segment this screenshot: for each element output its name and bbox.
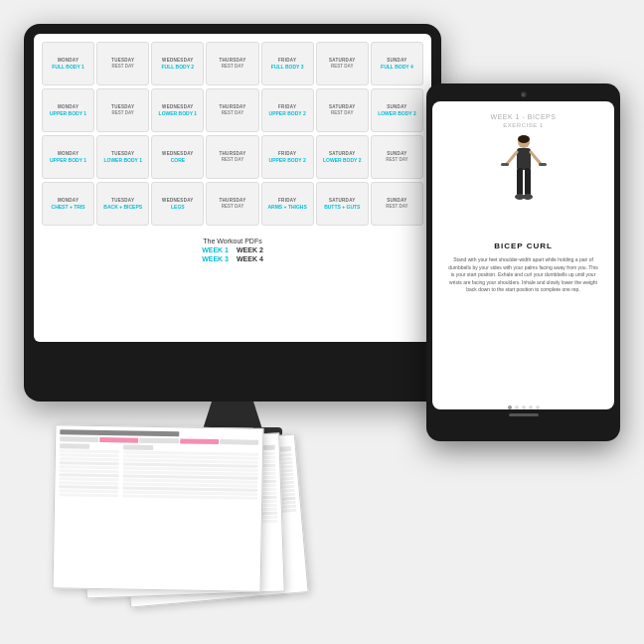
monitor-screen: MONDAYFULL BODY 1TUESDAYREST DAYWEDNESDA… — [34, 34, 431, 342]
calendar-row: MONDAYFULL BODY 1TUESDAYREST DAYWEDNESDA… — [42, 42, 423, 85]
tablet: WEEK 1 - BICEPS EXERCISE 1 — [426, 83, 620, 441]
cal-day-label: FRIDAY — [264, 151, 311, 156]
pdf-stack — [44, 402, 322, 600]
cal-workout-label: BUTTS + GUTS — [319, 204, 366, 211]
cal-workout-label: LOWER BODY 1 — [154, 110, 201, 117]
cal-workout-label: REST DAY — [99, 110, 146, 116]
calendar-cell: TUESDAYREST DAY — [96, 88, 149, 132]
calendar-cell: TUESDAYLOWER BODY 1 — [96, 135, 149, 179]
cal-day-label: MONDAY — [45, 198, 91, 203]
week2-link[interactable]: WEEK 2 — [237, 246, 263, 253]
cal-day-label: MONDAY — [45, 58, 91, 63]
cal-workout-label: REST DAY — [99, 64, 146, 70]
cal-day-label: MONDAY — [45, 104, 91, 109]
cal-day-label: TUESDAY — [99, 58, 146, 63]
svg-rect-8 — [525, 168, 531, 196]
cal-day-label: FRIDAY — [264, 198, 311, 203]
cal-workout-label: LEGS — [154, 204, 201, 211]
cal-workout-label: REST DAY — [209, 110, 255, 116]
calendar-cell: SATURDAYREST DAY — [316, 42, 369, 85]
calendar-cell: SUNDAYFULL BODY 4 — [371, 42, 423, 85]
cal-day-label: WEDNESDAY — [154, 151, 201, 156]
scene: MONDAYFULL BODY 1TUESDAYREST DAYWEDNESDA… — [24, 24, 620, 620]
week-links: WEEK 1 WEEK 2 — [42, 246, 423, 253]
pdf-section: The Workout PDFs WEEK 1 WEEK 2 WEEK 3 WE… — [34, 234, 431, 266]
tablet-screen: WEEK 1 - BICEPS EXERCISE 1 — [432, 101, 614, 409]
cal-day-label: FRIDAY — [264, 58, 311, 63]
week1-link[interactable]: WEEK 1 — [202, 246, 229, 253]
calendar-cell: THURSDAYREST DAY — [206, 135, 258, 179]
calendar-cell: MONDAYFULL BODY 1 — [42, 42, 94, 85]
pagination-dots — [432, 405, 614, 409]
calendar-cell: FRIDAYFULL BODY 3 — [261, 42, 314, 85]
calendar-cell: THURSDAYREST DAY — [206, 182, 258, 226]
cal-day-label: SUNDAY — [374, 58, 420, 63]
calendar-cell: THURSDAYREST DAY — [206, 88, 258, 132]
calendar-row: MONDAYUPPER BODY 1TUESDAYREST DAYWEDNESD… — [42, 88, 423, 132]
cal-workout-label: REST DAY — [209, 204, 255, 210]
monitor: MONDAYFULL BODY 1TUESDAYREST DAYWEDNESDA… — [24, 24, 441, 402]
tablet-exercise-label: EXERCISE 1 — [503, 122, 543, 128]
figure-svg — [499, 134, 549, 234]
exercise-figure — [499, 134, 549, 234]
cal-day-label: WEDNESDAY — [154, 58, 201, 63]
cal-workout-label: FULL BODY 3 — [264, 64, 311, 71]
cal-workout-label: ARMS + THIGHS — [264, 204, 311, 211]
cal-workout-label: UPPER BODY 2 — [264, 157, 311, 164]
tablet-camera — [521, 91, 527, 97]
calendar-row: MONDAYUPPER BODY 1TUESDAYLOWER BODY 1WED… — [42, 135, 423, 179]
calendar-cell: FRIDAYUPPER BODY 2 — [261, 135, 314, 179]
calendar-cell: MONDAYUPPER BODY 1 — [42, 88, 94, 132]
cal-day-label: SATURDAY — [319, 104, 366, 109]
exercise-title: BICEP CURL — [494, 242, 553, 250]
camera-dot — [522, 93, 525, 96]
calendar-cell: TUESDAYREST DAY — [96, 42, 149, 85]
calendar-cell: TUESDAYBACK + BICEPS — [96, 182, 149, 226]
dot-2 — [515, 405, 519, 409]
cal-day-label: SATURDAY — [319, 198, 366, 203]
cal-workout-label: FULL BODY 1 — [45, 64, 91, 71]
calendar-cell: WEDNESDAYLEGS — [151, 182, 204, 226]
cal-workout-label: FULL BODY 2 — [154, 64, 201, 71]
calendar-cell: SUNDAYLOWER BODY 2 — [371, 88, 423, 132]
cal-day-label: THURSDAY — [209, 198, 255, 203]
cal-day-label: SUNDAY — [374, 198, 420, 203]
cal-day-label: WEDNESDAY — [154, 104, 201, 109]
week3-link[interactable]: WEEK 3 — [202, 255, 229, 262]
cal-day-label: TUESDAY — [99, 104, 146, 109]
cal-workout-label: REST DAY — [209, 157, 255, 163]
exercise-description: Stand with your feet shoulder-width apar… — [442, 256, 604, 294]
cal-workout-label: REST DAY — [209, 64, 255, 70]
calendar-cell: SATURDAYLOWER BODY 2 — [316, 135, 369, 179]
cal-workout-label: REST DAY — [319, 110, 366, 116]
svg-rect-4 — [501, 163, 509, 166]
cal-day-label: THURSDAY — [209, 151, 255, 156]
calendar-cell: FRIDAYARMS + THIGHS — [261, 182, 314, 226]
svg-line-5 — [531, 152, 541, 164]
cal-day-label: THURSDAY — [209, 58, 255, 63]
cal-day-label: TUESDAY — [99, 151, 146, 156]
cal-workout-label: CORE — [154, 157, 201, 164]
cal-workout-label: UPPER BODY 1 — [45, 110, 91, 117]
cal-day-label: WEDNESDAY — [154, 198, 201, 203]
calendar-cell: MONDAYCHEST + TRIS — [42, 182, 94, 226]
cal-workout-label: UPPER BODY 2 — [264, 110, 311, 117]
tablet-content: WEEK 1 - BICEPS EXERCISE 1 — [432, 101, 614, 400]
calendar-cell: WEDNESDAYFULL BODY 2 — [151, 42, 204, 85]
svg-rect-2 — [517, 148, 531, 170]
calendar-cell: SATURDAYBUTTS + GUTS — [316, 182, 369, 226]
cal-day-label: SUNDAY — [374, 104, 420, 109]
cal-workout-label: UPPER BODY 1 — [45, 157, 91, 164]
calendar-cell: WEDNESDAYLOWER BODY 1 — [151, 88, 204, 132]
calendar-cell: MONDAYUPPER BODY 1 — [42, 135, 94, 179]
cal-day-label: SUNDAY — [374, 151, 420, 156]
cal-workout-label: REST DAY — [319, 64, 366, 70]
week4-link[interactable]: WEEK 4 — [237, 255, 263, 262]
tablet-home-bar — [509, 413, 539, 416]
week-links-2: WEEK 3 WEEK 4 — [42, 255, 423, 262]
cal-day-label: SATURDAY — [319, 151, 366, 156]
svg-point-1 — [518, 135, 530, 143]
calendar-cell: SATURDAYREST DAY — [316, 88, 369, 132]
cal-workout-label: REST DAY — [374, 157, 420, 163]
cal-workout-label: BACK + BICEPS — [99, 204, 146, 211]
